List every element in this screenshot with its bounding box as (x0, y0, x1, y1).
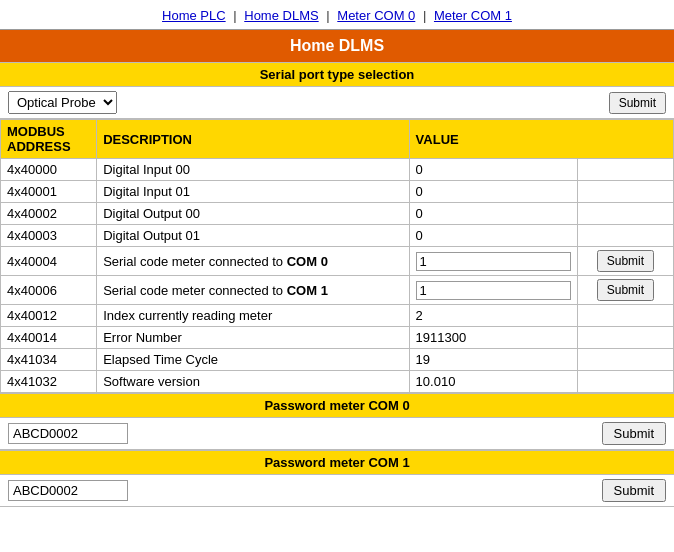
table-row-value-3: 0 (409, 225, 577, 247)
table-row-value-2: 0 (409, 203, 577, 225)
password-com0-header: Password meter COM 0 (0, 393, 674, 418)
table-row-address-2: 4x40002 (1, 203, 97, 225)
table-row-value-4[interactable] (409, 247, 577, 276)
table-row-address-3: 4x40003 (1, 225, 97, 247)
nav-meter-com1[interactable]: Meter COM 1 (434, 8, 512, 23)
table-row-action-7 (577, 327, 673, 349)
table-row-description-0: Digital Input 00 (97, 159, 409, 181)
col-header-value: VALUE (409, 120, 673, 159)
table-row-value-1: 0 (409, 181, 577, 203)
table-row-description-4: Serial code meter connected to COM 0 (97, 247, 409, 276)
table-row-action-3 (577, 225, 673, 247)
table-row-action-2 (577, 203, 673, 225)
table-row-action-0 (577, 159, 673, 181)
serial-port-submit-button[interactable]: Submit (609, 92, 666, 114)
nav-home-plc[interactable]: Home PLC (162, 8, 226, 23)
table-row-description-8: Elapsed Time Cycle (97, 349, 409, 371)
table-row-value-7: 1911300 (409, 327, 577, 349)
password-com0-row: Submit (0, 418, 674, 450)
password-com0-submit-button[interactable]: Submit (602, 422, 666, 445)
table-row-description-7: Error Number (97, 327, 409, 349)
table-row-action-1 (577, 181, 673, 203)
table-row-description-1: Digital Input 01 (97, 181, 409, 203)
table-row-description-3: Digital Output 01 (97, 225, 409, 247)
table-row-action-5[interactable]: Submit (577, 276, 673, 305)
table-row-input-5[interactable] (416, 281, 571, 300)
nav-home-dlms[interactable]: Home DLMS (244, 8, 318, 23)
serial-port-dropdown[interactable]: Optical Probe (8, 91, 117, 114)
table-row-action-4[interactable]: Submit (577, 247, 673, 276)
table-row-action-8 (577, 349, 673, 371)
password-com0-input[interactable] (8, 423, 128, 444)
table-row-address-4: 4x40004 (1, 247, 97, 276)
table-row-address-6: 4x40012 (1, 305, 97, 327)
table-row-description-5: Serial code meter connected to COM 1 (97, 276, 409, 305)
table-row-address-5: 4x40006 (1, 276, 97, 305)
table-row-address-0: 4x40000 (1, 159, 97, 181)
serial-port-section-header: Serial port type selection (0, 62, 674, 87)
table-row-description-6: Index currently reading meter (97, 305, 409, 327)
password-com1-input[interactable] (8, 480, 128, 501)
page-title: Home DLMS (0, 30, 674, 62)
table-row-action-6 (577, 305, 673, 327)
table-row-action-9 (577, 371, 673, 393)
password-com1-header: Password meter COM 1 (0, 450, 674, 475)
table-row-value-0: 0 (409, 159, 577, 181)
table-row-description-9: Software version (97, 371, 409, 393)
table-row-description-2: Digital Output 00 (97, 203, 409, 225)
table-row-submit-button-4[interactable]: Submit (597, 250, 654, 272)
table-row-submit-button-5[interactable]: Submit (597, 279, 654, 301)
col-header-description: DESCRIPTION (97, 120, 409, 159)
serial-port-row: Optical Probe Submit (0, 87, 674, 119)
password-com1-row: Submit (0, 475, 674, 507)
table-row-value-6: 2 (409, 305, 577, 327)
table-row-address-8: 4x41034 (1, 349, 97, 371)
table-row-address-7: 4x40014 (1, 327, 97, 349)
table-row-input-4[interactable] (416, 252, 571, 271)
table-row-address-9: 4x41032 (1, 371, 97, 393)
col-header-address: MODBUS ADDRESS (1, 120, 97, 159)
password-com1-submit-button[interactable]: Submit (602, 479, 666, 502)
nav-meter-com0[interactable]: Meter COM 0 (337, 8, 415, 23)
table-row-value-5[interactable] (409, 276, 577, 305)
data-table: MODBUS ADDRESS DESCRIPTION VALUE 4x40000… (0, 119, 674, 393)
table-row-address-1: 4x40001 (1, 181, 97, 203)
table-row-value-8: 19 (409, 349, 577, 371)
nav-bar: Home PLC | Home DLMS | Meter COM 0 | Met… (0, 0, 674, 30)
table-row-value-9: 10.010 (409, 371, 577, 393)
